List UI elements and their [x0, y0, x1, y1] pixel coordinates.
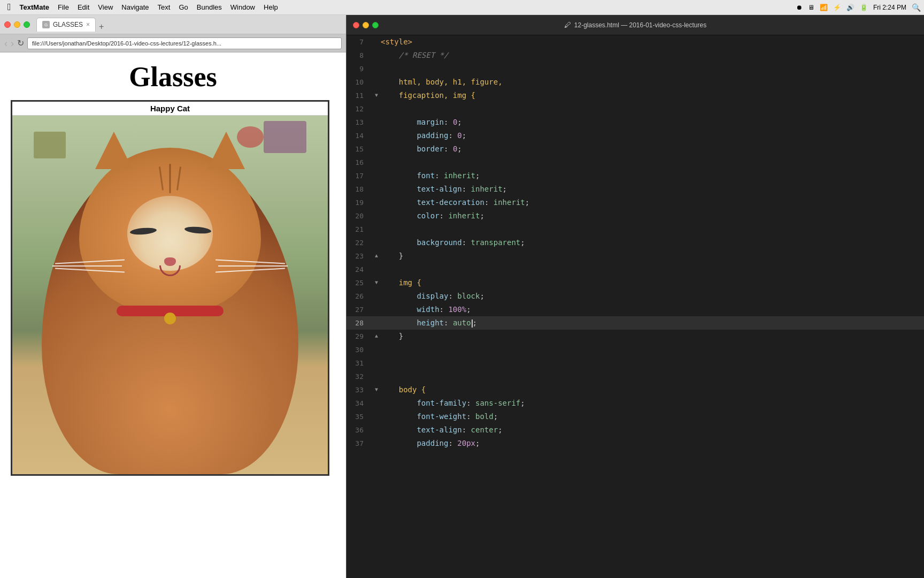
code-line-20: 20 color: inherit; [346, 209, 924, 223]
recording-indicator: ⏺ [796, 4, 803, 11]
code-content-35: font-weight: bold; [381, 410, 498, 423]
close-button[interactable] [4, 21, 11, 28]
minimize-button[interactable] [14, 21, 20, 28]
code-line-19: 19 text-decoration: inherit; [346, 196, 924, 209]
line-num-27: 27 [346, 303, 372, 316]
fold-33[interactable]: ▼ [372, 383, 381, 397]
tab-favicon: G [42, 21, 50, 28]
fold-23[interactable]: ▲ [372, 249, 381, 263]
code-content-19: text-decoration: inherit; [381, 196, 529, 209]
line-num-34: 34 [346, 397, 372, 410]
line-num-7: 7 [346, 35, 372, 49]
code-line-22: 22 background: transparent; [346, 236, 924, 249]
fold-11[interactable]: ▼ [372, 89, 381, 102]
code-content-17: font: inherit; [381, 169, 480, 182]
code-line-27: 27 width: 100%; [346, 303, 924, 316]
code-line-10: 10 html, body, h1, figure, [346, 75, 924, 89]
code-line-16: 16 [346, 156, 924, 169]
line-num-19: 19 [346, 196, 372, 209]
navigate-menu[interactable]: Navigate [117, 2, 153, 12]
line-num-13: 13 [346, 116, 372, 129]
code-content-26: display: block; [381, 290, 484, 303]
code-editor[interactable]: 7 <style> 8 /* RESET */ 9 10 htm [346, 35, 924, 578]
code-line-28: 28 height: auto; [346, 316, 924, 330]
cat-image [12, 116, 328, 474]
line-num-18: 18 [346, 182, 372, 196]
line-num-24: 24 [346, 263, 372, 276]
code-content-34: font-family: sans-serif; [381, 397, 525, 410]
go-menu[interactable]: Go [174, 2, 192, 12]
line-num-35: 35 [346, 410, 372, 423]
code-line-32: 32 [346, 370, 924, 383]
line-num-26: 26 [346, 290, 372, 303]
editor-title: 🖊 12-glasses.html — 2016-01-video-css-le… [564, 21, 706, 29]
browser-panel: G GLASSES × + ‹ › ↻ file:///Users/jonath… [0, 15, 346, 578]
browser-content: Glasses Happy Cat [0, 52, 346, 578]
editor-close-button[interactable] [353, 22, 359, 28]
window-menu[interactable]: Window [226, 2, 259, 12]
line-num-23: 23 [346, 249, 372, 263]
browser-tab[interactable]: G GLASSES × [36, 18, 96, 32]
maximize-button[interactable] [24, 21, 30, 28]
figure-container: Happy Cat [11, 100, 329, 476]
edit-menu[interactable]: Edit [73, 2, 94, 12]
figure-caption: Happy Cat [12, 102, 328, 116]
code-line-36: 36 text-align: center; [346, 423, 924, 437]
line-num-29: 29 [346, 330, 372, 343]
editor-maximize-button[interactable] [372, 22, 379, 28]
line-num-11: 11 [346, 89, 372, 102]
line-num-36: 36 [346, 423, 372, 437]
code-content-14: padding: 0; [381, 129, 466, 142]
code-content-7: <style> [381, 35, 412, 49]
reload-button[interactable]: ↻ [17, 39, 24, 48]
bundles-menu[interactable]: Bundles [192, 2, 226, 12]
code-line-15: 15 border: 0; [346, 142, 924, 156]
code-content-27: width: 100%; [381, 303, 471, 316]
line-num-17: 17 [346, 169, 372, 182]
code-line-17: 17 font: inherit; [346, 169, 924, 182]
line-num-10: 10 [346, 75, 372, 89]
code-content-11: figcaption, img { [381, 89, 475, 102]
line-num-21: 21 [346, 223, 372, 236]
search-icon[interactable]: 🔍 [912, 3, 921, 12]
tab-close-button[interactable]: × [86, 21, 90, 28]
apple-menu[interactable]:  [3, 2, 16, 13]
editor-file-icon: 🖊 [564, 21, 571, 29]
line-num-22: 22 [346, 236, 372, 249]
volume-icon: 🔊 [846, 4, 854, 11]
code-line-12: 12 [346, 102, 924, 116]
line-num-31: 31 [346, 356, 372, 370]
view-menu[interactable]: View [94, 2, 117, 12]
line-num-15: 15 [346, 142, 372, 156]
forward-button[interactable]: › [11, 39, 14, 48]
address-bar[interactable]: file:///Users/jonathan/Desktop/2016-01-v… [27, 37, 342, 49]
code-line-8: 8 /* RESET */ [346, 49, 924, 62]
code-line-29: 29 ▲ } [346, 330, 924, 343]
line-num-8: 8 [346, 49, 372, 62]
code-line-37: 37 padding: 20px; [346, 437, 924, 450]
line-num-37: 37 [346, 437, 372, 450]
code-line-14: 14 padding: 0; [346, 129, 924, 142]
line-num-14: 14 [346, 129, 372, 142]
code-content-10: html, body, h1, figure, [381, 75, 503, 89]
code-line-23: 23 ▲ } [346, 249, 924, 263]
new-tab-button[interactable]: + [96, 22, 107, 32]
fold-29[interactable]: ▲ [372, 330, 381, 343]
line-num-30: 30 [346, 343, 372, 356]
file-menu[interactable]: File [53, 2, 73, 12]
help-menu[interactable]: Help [259, 2, 282, 12]
screen-icon: 🖥 [808, 4, 814, 11]
fold-25[interactable]: ▼ [372, 276, 381, 290]
nav-bar: ‹ › ↻ file:///Users/jonathan/Desktop/201… [0, 34, 346, 52]
editor-title-text: 12-glasses.html — 2016-01-video-css-lect… [574, 21, 706, 29]
editor-minimize-button[interactable] [363, 22, 369, 28]
address-text: file:///Users/jonathan/Desktop/2016-01-v… [32, 40, 221, 47]
code-line-34: 34 font-family: sans-serif; [346, 397, 924, 410]
code-content-20: color: inherit; [381, 209, 484, 223]
textmate-menu[interactable]: TextMate [16, 2, 53, 12]
back-button[interactable]: ‹ [4, 39, 7, 48]
text-menu[interactable]: Text [153, 2, 175, 12]
line-num-9: 9 [346, 62, 372, 75]
code-content-13: margin: 0; [381, 116, 462, 129]
page-title: Glasses [11, 61, 335, 93]
